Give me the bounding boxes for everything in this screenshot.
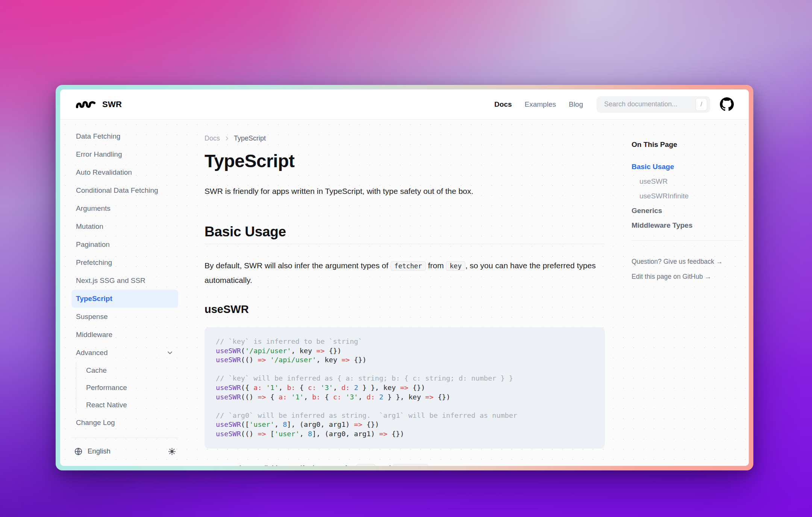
sidebar-item-label: Suspense — [76, 313, 108, 321]
sidebar-item-label: Conditional Data Fetching — [76, 186, 158, 195]
code-token — [341, 393, 345, 401]
inline-code: fetcher — [393, 464, 428, 466]
sidebar-item-error-handling[interactable]: Error Handling — [71, 145, 178, 163]
code-token: , — [333, 384, 341, 392]
code-token: => — [425, 393, 433, 401]
code-token: '1' — [291, 393, 304, 401]
toc-item-useswrinfinite[interactable]: useSWRInfinite — [632, 189, 743, 203]
sidebar-item-data-fetching[interactable]: Data Fetching — [71, 127, 178, 145]
toc-item-generics[interactable]: Generics — [632, 203, 743, 218]
page-title: TypeScript — [205, 151, 605, 172]
code-line: // `key` will be inferred as { a: string… — [216, 374, 594, 383]
code-token: (() — [241, 430, 258, 438]
code-token: '3' — [321, 384, 333, 392]
code-token: 'user' — [274, 430, 300, 438]
breadcrumb-docs-link[interactable]: Docs — [205, 135, 220, 142]
inline-code: key — [356, 464, 376, 466]
code-token: ], (arg0, arg1) — [312, 430, 379, 438]
code-token: {}) — [350, 356, 367, 364]
sidebar-sub-list: CachePerformanceReact Native — [76, 362, 178, 414]
toc-item-basic-usage[interactable]: Basic Usage — [632, 159, 743, 174]
site-header: SWR DocsExamplesBlog Search documentatio… — [60, 89, 749, 119]
github-link[interactable] — [720, 97, 734, 111]
code-token: useSWR — [216, 393, 241, 401]
sidebar-item-advanced[interactable]: Advanced — [71, 344, 178, 362]
code-line: useSWR(() => ['user', 8], (arg0, arg1) =… — [216, 429, 594, 439]
language-selector[interactable]: English — [88, 447, 111, 455]
toc-link-edit-this-page-on-github[interactable]: Edit this page on GitHub → — [632, 273, 743, 281]
code-token — [375, 393, 379, 401]
sidebar-item-typescript[interactable]: TypeScript — [71, 290, 178, 308]
code-token: a: — [279, 393, 287, 401]
sidebar-item-conditional-data-fetching[interactable]: Conditional Data Fetching — [71, 181, 178, 200]
section-heading-basic-usage: Basic Usage — [205, 224, 605, 244]
code-token: => — [258, 356, 266, 364]
toc-item-middleware-types[interactable]: Middleware Types — [632, 218, 743, 233]
code-token: (() — [241, 393, 258, 401]
code-token: => — [400, 384, 408, 392]
sidebar-item-auto-revalidation[interactable]: Auto Revalidation — [71, 163, 178, 181]
code-token: , key — [291, 347, 317, 355]
code-token: useSWR — [216, 420, 241, 428]
sidebar-item-label: Middleware — [76, 331, 112, 339]
code-token — [262, 384, 266, 392]
chevron-right-icon — [224, 136, 230, 141]
code-token: => — [341, 356, 350, 364]
toc-item-useswr[interactable]: useSWR — [632, 174, 743, 189]
chevron-down-icon — [166, 349, 174, 357]
code-line — [216, 402, 594, 411]
code-token: , — [358, 393, 367, 401]
code-token: {}) — [388, 430, 404, 438]
code-line: useSWR(() => { a: '1', b: { c: '3', d: 2… — [216, 393, 594, 402]
sidebar-item-performance[interactable]: Performance — [76, 379, 178, 396]
logo-text: SWR — [102, 100, 122, 109]
theme-toggle-button[interactable] — [168, 447, 176, 455]
sidebar-item-label: Prefetching — [76, 258, 112, 267]
sidebar-item-label: Auto Revalidation — [76, 168, 132, 177]
sidebar-item-react-native[interactable]: React Native — [76, 396, 178, 414]
search-input[interactable]: Search documentation... / — [597, 96, 710, 113]
code-token: b: — [312, 393, 320, 401]
sidebar-item-suspense[interactable]: Suspense — [71, 308, 178, 326]
code-token: 2 — [379, 393, 383, 401]
code-token: { — [266, 393, 279, 401]
github-icon — [720, 97, 734, 111]
code-token: , key — [316, 356, 341, 364]
toc-list: Basic UsageuseSWRuseSWRInfiniteGenericsM… — [632, 159, 743, 233]
code-line: useSWR(() => '/api/user', key => {}) — [216, 355, 594, 365]
sidebar-item-mutation[interactable]: Mutation — [71, 218, 178, 236]
code-token: ], (arg0, arg1) — [287, 420, 354, 428]
code-token — [266, 356, 270, 364]
sun-icon — [168, 447, 176, 455]
code-token: useSWR — [216, 430, 241, 438]
toc-link-question-give-us-feedback[interactable]: Question? Give us feedback → — [632, 258, 743, 266]
code-token: ( — [241, 347, 245, 355]
sidebar-item-cache[interactable]: Cache — [76, 362, 178, 379]
sidebar-item-prefetching[interactable]: Prefetching — [71, 254, 178, 272]
code-line: useSWR({ a: '1', b: { c: '3', d: 2 } }, … — [216, 383, 594, 393]
code-token: , — [274, 420, 283, 428]
code-token: {}) — [408, 384, 425, 392]
sidebar-footer: English — [71, 438, 178, 466]
code-token: 8 — [283, 420, 287, 428]
nav-link-examples[interactable]: Examples — [525, 100, 556, 109]
inline-code: key — [446, 261, 465, 271]
nav-link-blog[interactable]: Blog — [569, 100, 583, 109]
intro-paragraph: SWR is friendly for apps written in Type… — [205, 185, 605, 197]
sidebar-item-change-log[interactable]: Change Log — [71, 414, 178, 432]
sidebar-item-middleware[interactable]: Middleware — [71, 326, 178, 344]
code-token — [316, 384, 320, 392]
toc-links: Question? Give us feedback →Edit this pa… — [632, 258, 743, 281]
nav-link-docs[interactable]: Docs — [494, 100, 512, 109]
code-token: c: — [333, 393, 341, 401]
header-nav: DocsExamplesBlog — [494, 100, 583, 109]
sidebar-item-arguments[interactable]: Arguments — [71, 200, 178, 218]
swr-wave-icon — [75, 99, 97, 110]
code-token: , — [304, 393, 312, 401]
code-token: } }, key — [358, 384, 400, 392]
table-of-contents: On This Page Basic UsageuseSWRuseSWRInfi… — [632, 119, 743, 281]
sidebar-item-pagination[interactable]: Pagination — [71, 236, 178, 254]
sidebar-item-next-js-ssg-and-ssr[interactable]: Next.js SSG and SSR — [71, 272, 178, 290]
swr-logo[interactable]: SWR — [75, 99, 122, 110]
code-token: useSWR — [216, 384, 241, 392]
